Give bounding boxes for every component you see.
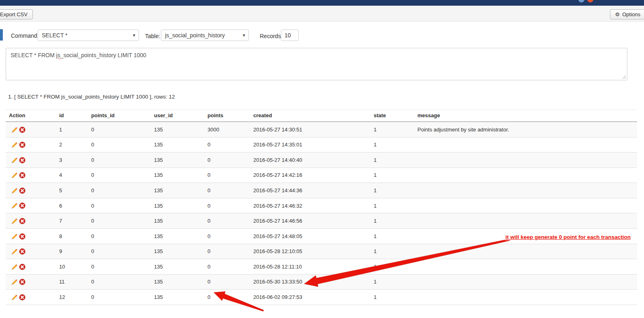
- cell-state: 1: [370, 274, 414, 290]
- cell-state: 1: [370, 183, 414, 198]
- cell-id: 3: [56, 153, 88, 168]
- cell-points: 0: [204, 290, 250, 305]
- edit-icon[interactable]: [11, 202, 18, 209]
- cell-message: [414, 168, 637, 183]
- options-button[interactable]: ⚙ Options: [610, 9, 644, 19]
- cell-message: [414, 153, 637, 168]
- delete-icon[interactable]: [19, 294, 26, 301]
- edit-icon[interactable]: [11, 233, 18, 240]
- cell-user_id: 135: [151, 198, 204, 213]
- cell-message: Points adjustment by site administrator.: [414, 122, 637, 137]
- resize-grip-icon[interactable]: [622, 75, 626, 79]
- cell-id: 12: [56, 290, 88, 305]
- cell-points: 3000: [204, 122, 250, 137]
- cell-state: 1: [370, 168, 414, 183]
- table-row: 11013502016-05-30 13:33:501: [6, 274, 637, 290]
- cell-id: 2: [56, 137, 88, 153]
- action-cell: [6, 168, 56, 183]
- cell-message: [414, 198, 637, 213]
- chevron-down-icon: ▼: [243, 34, 245, 37]
- cell-created: 2016-05-27 14:46:56: [250, 213, 370, 229]
- table-row: 2013502016-05-27 14:35:011: [6, 137, 637, 153]
- command-select[interactable]: SELECT * ▼: [38, 30, 139, 41]
- delete-icon[interactable]: [19, 187, 26, 194]
- action-cell: [6, 153, 56, 168]
- delete-icon[interactable]: [19, 157, 26, 163]
- cell-points_id: 0: [88, 274, 151, 290]
- cell-created: 2016-05-27 14:46:32: [250, 198, 370, 213]
- action-cell: [6, 259, 56, 275]
- results-table-header: Action id points_id user_id points creat…: [6, 110, 637, 122]
- options-label: Options: [622, 11, 640, 17]
- action-cell: [6, 228, 56, 244]
- cell-user_id: 135: [151, 137, 204, 153]
- cell-state: 1: [370, 198, 414, 213]
- cell-user_id: 135: [151, 259, 204, 275]
- sql-textarea[interactable]: SELECT * FROM js_social_points_history L…: [6, 48, 627, 80]
- delete-icon[interactable]: [19, 172, 26, 178]
- cell-id: 8: [56, 228, 88, 244]
- cell-points: 0: [204, 213, 250, 229]
- cell-created: 2016-05-27 14:35:01: [250, 137, 370, 153]
- cell-user_id: 135: [151, 290, 204, 305]
- delete-icon[interactable]: [19, 142, 26, 148]
- edit-icon[interactable]: [11, 279, 18, 285]
- delete-icon[interactable]: [19, 233, 26, 240]
- cell-points_id: 0: [88, 122, 151, 137]
- cell-state: 1: [370, 153, 414, 168]
- edit-icon[interactable]: [11, 294, 18, 301]
- cell-points: 0: [204, 228, 250, 244]
- delete-icon[interactable]: [19, 279, 26, 285]
- action-cell: [6, 198, 56, 213]
- table-row: 9013502016-05-28 12:10:051: [6, 244, 637, 259]
- cell-points: 0: [204, 168, 250, 183]
- cell-id: 10: [56, 259, 88, 275]
- cell-created: 2016-05-27 14:30:51: [250, 122, 370, 137]
- action-cell: [6, 137, 56, 153]
- cell-user_id: 135: [151, 168, 204, 183]
- top-navbar: [0, 0, 644, 6]
- action-cell: [6, 290, 56, 305]
- cell-points_id: 0: [88, 259, 151, 275]
- table-row: 5013502016-05-27 14:44:361: [6, 183, 637, 198]
- cell-message: [414, 290, 637, 305]
- cell-created: 2016-05-30 13:33:50: [250, 274, 370, 290]
- cell-points: 0: [204, 153, 250, 168]
- cell-created: 2016-05-27 14:42:16: [250, 168, 370, 183]
- cell-id: 11: [56, 274, 88, 290]
- cell-state: 1: [370, 137, 414, 153]
- table-row: 1013530002016-05-27 14:30:511Points adju…: [6, 122, 637, 137]
- cell-points: 0: [204, 198, 250, 213]
- records-input[interactable]: [281, 30, 299, 41]
- column-header-id: id: [56, 110, 88, 122]
- edit-icon[interactable]: [11, 248, 18, 255]
- table-select[interactable]: js_social_points_history ▼: [161, 30, 249, 41]
- action-cell: [6, 213, 56, 229]
- delete-icon[interactable]: [19, 264, 26, 270]
- column-header-state: state: [370, 110, 414, 122]
- delete-icon[interactable]: [19, 127, 26, 133]
- delete-icon[interactable]: [19, 218, 26, 224]
- cell-user_id: 135: [151, 274, 204, 290]
- sql-text-spellcheck: js: [56, 52, 60, 58]
- cell-points_id: 0: [88, 198, 151, 213]
- cell-points_id: 0: [88, 290, 151, 305]
- delete-icon[interactable]: [19, 248, 26, 255]
- edit-icon[interactable]: [11, 127, 18, 133]
- edit-icon[interactable]: [11, 157, 18, 163]
- edit-icon[interactable]: [11, 264, 18, 270]
- delete-icon[interactable]: [19, 202, 26, 209]
- edit-icon[interactable]: [11, 187, 18, 194]
- edit-icon[interactable]: [11, 172, 18, 178]
- results-table: Action id points_id user_id points creat…: [6, 110, 637, 305]
- annotation-text: it will keep generate 0 point for each t…: [505, 234, 631, 240]
- cell-points: 0: [204, 137, 250, 153]
- cell-message: [414, 213, 637, 229]
- left-edge-button-stub[interactable]: [0, 29, 3, 41]
- cell-user_id: 135: [151, 213, 204, 229]
- edit-icon[interactable]: [11, 142, 18, 148]
- command-select-value: SELECT *: [42, 32, 68, 39]
- edit-icon[interactable]: [11, 218, 18, 224]
- export-csv-button[interactable]: Export CSV: [0, 9, 33, 19]
- cell-id: 6: [56, 198, 88, 213]
